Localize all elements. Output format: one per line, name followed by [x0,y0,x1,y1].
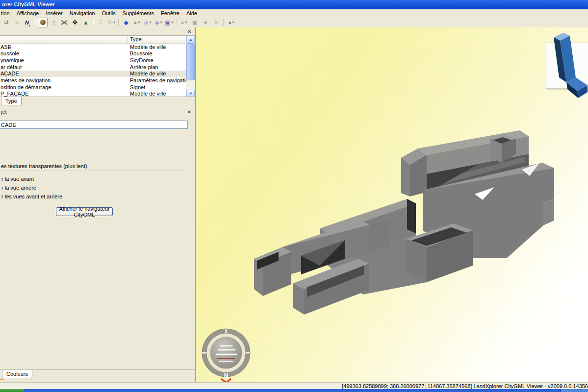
toolbar-separator [118,19,119,26]
object-name-input[interactable] [0,121,188,129]
menu-item-5[interactable]: Suppléments [119,10,157,17]
layer-table-scrollbar[interactable] [186,36,195,97]
layer-table-body: ASEModèle de villeoussoleBoussoleynamiqu… [0,44,186,97]
layer-name-cell: ar défaut [0,64,128,70]
dropdown-arrow-icon: ▾ [232,20,234,24]
layer-row[interactable]: oussoleBoussole [0,50,186,57]
scrollbar-track[interactable] [186,80,195,90]
system-tray-fragment[interactable] [561,389,588,392]
landxplorer-logo [547,31,588,98]
redo-icon: ↻ [12,18,22,27]
rotate-axes-icon[interactable] [59,18,69,27]
option-front-back-views[interactable]: r les vues avant et arrière [1,192,188,201]
bookmark-icon[interactable]: ◆ [121,18,131,27]
layer-type-cell: Paramètres de navigation [128,77,186,83]
object-panel-close-button[interactable]: ✕ [186,109,193,115]
north-arrow-icon[interactable]: N▲ [23,18,33,27]
toolbar: ↺↻N▲☝✥▲⠿%▾◆●▾◈▾◈▾▣▾●▾◼★✕◑▾ [0,17,588,27]
status-bar: [499363.82589899; 388.26000977; 114867.3… [0,382,588,390]
layer-name-cell: mètres de navigation [0,77,128,83]
object-panel-header: jet ✕ [0,108,195,116]
status-coordinates: [499363.82589899; 388.26000977; 114867.3… [342,383,588,389]
menu-item-6[interactable]: Fenêtre [157,10,183,17]
blob-tool-icon: ◼ [190,18,200,27]
layer-row[interactable]: mètres de navigationParamètres de naviga… [0,77,186,84]
layer-table-header[interactable]: Type [0,36,186,44]
menu-item-7[interactable]: Aide [183,10,201,17]
menu-item-0[interactable]: tion [0,10,13,17]
title-bar[interactable]: orer CityGML Viewer [0,0,588,9]
star-tool-icon: ★ [201,18,210,27]
scroll-up-button[interactable] [186,36,195,43]
layer-type-cell: Boussole [128,50,186,56]
move-icon[interactable]: ✥ [70,18,80,27]
ellipse-tool-icon: ●▾ [179,18,189,27]
layer-name-cell: P_FACADE [0,91,128,97]
tab-couleurs[interactable]: Couleurs [2,370,32,378]
taskbar[interactable] [0,389,588,392]
layer-name-cell: osition de démarrage [0,84,128,90]
menu-item-2[interactable]: Insérer [42,10,66,17]
tab-indicator [0,379,4,380]
scroll-down-button[interactable] [186,90,195,97]
window-title: orer CityGML Viewer [0,1,55,7]
layer-row[interactable]: ASEModèle de ville [0,44,186,50]
scene-options-icon[interactable]: ◑▾ [226,18,236,27]
layer-name-column-header[interactable] [0,36,128,43]
zoom-percent-icon: %▾ [106,18,116,27]
layer-name-cell: ASE [0,44,128,50]
dropdown-arrow-icon: ▾ [185,20,187,24]
label-tool-icon[interactable]: ◈▾ [153,18,163,27]
compass-graphic: N [202,329,250,383]
layer-type-cell: Arrière-plan [128,64,186,70]
layer-row[interactable]: ynamiqueSkyDome [0,57,186,64]
layer-name-cell: ACADE [0,71,128,76]
toolbar-separator [93,19,94,26]
terrain-tree-icon[interactable]: ▲ [81,18,91,27]
object-panel-title: jet [0,109,186,115]
view-options-groupbox: r la vue avantr la vue arrièrer les vues… [0,171,188,207]
menu-item-4[interactable]: Outils [99,10,119,17]
image-tool-icon[interactable]: ▣▾ [164,18,174,27]
view-options: r la vue avantr la vue arrièrer les vues… [1,174,188,201]
delete-tool-icon: ✕ [211,18,221,27]
compass-widget[interactable]: N [201,326,252,383]
menu-item-3[interactable]: Navigation [66,10,99,17]
bottom-tabstrip: Couleurs [0,369,195,383]
polygon-tool-icon[interactable]: ◈▾ [143,18,153,27]
layers-panel-close-button[interactable]: ✕ [186,28,193,35]
select-sphere-icon[interactable] [38,18,48,27]
layer-row[interactable]: ar défautArrière-plan [0,64,186,71]
toolbar-separator [223,19,224,26]
toolbar-separator [35,19,36,26]
menu-item-1[interactable]: Affichage [13,10,43,17]
option-back-view[interactable]: r la vue arrière [1,183,188,192]
layer-type-column-header[interactable]: Type [128,36,186,43]
start-button-fragment[interactable] [0,389,24,392]
undo-icon[interactable]: ↺ [1,18,11,27]
dropdown-arrow-icon: ▾ [138,20,140,24]
option-front-view[interactable]: r la vue avant [1,174,188,183]
scrollbar-thumb[interactable] [186,43,195,80]
layer-type-cell: Signet [128,84,186,90]
show-citygml-browser-button[interactable]: Afficher le navigateur CityGML [56,207,113,216]
area-select-icon[interactable]: ●▾ [132,18,142,27]
layer-table: Type ASEModèle de villeoussoleBoussoleyn… [0,35,195,97]
layer-name-cell: oussole [0,50,128,56]
city-model-3d[interactable] [196,27,588,382]
layer-type-cell: Modèle de ville [128,91,186,97]
layer-row[interactable]: P_FACADEModèle de ville [0,90,186,97]
3d-viewport[interactable]: N [195,27,588,382]
layers-panel-header: ✕ [0,27,195,35]
layers-panel-tabstrip: Type [0,97,195,107]
layer-row[interactable]: ACADEModèle de ville [0,71,186,77]
layer-name-cell: ynamique [0,57,128,63]
pan-hand-icon[interactable]: ☝ [49,18,58,27]
tab-type[interactable]: Type [1,97,22,105]
menu-bar: tionAffichageInsérerNavigationOutilsSupp… [0,9,588,17]
layer-type-cell: Modèle de ville [128,71,186,76]
layer-row[interactable]: osition de démarrageSignet [0,84,186,91]
transparent-textures-checkbox-label[interactable]: es textures transparentes (plus lent) [1,163,87,169]
dropdown-arrow-icon: ▾ [150,20,152,24]
dropdown-arrow-icon: ▾ [160,20,162,24]
